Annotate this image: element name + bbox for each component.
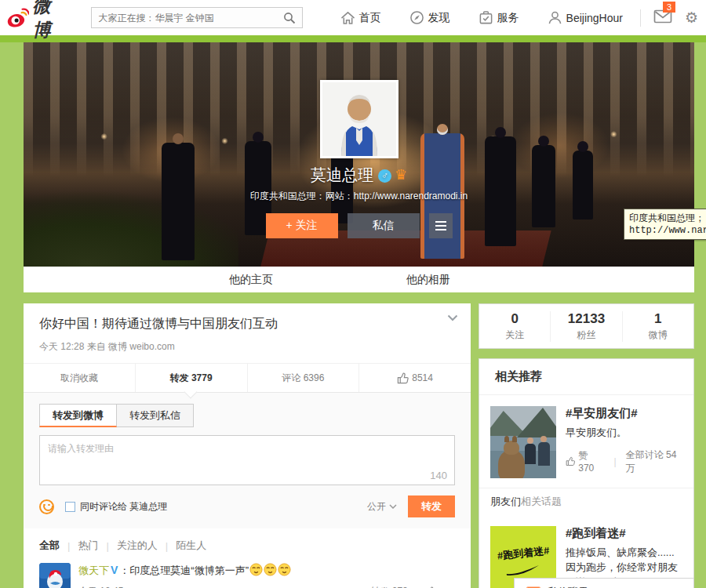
- profile-bio: 印度共和国总理：网站：http://www.narendramodi.in: [24, 190, 694, 203]
- search-icon[interactable]: [283, 12, 296, 24]
- emoji-picker-icon[interactable]: [39, 499, 54, 514]
- gear-icon[interactable]: ⚙: [685, 10, 698, 25]
- nav-item-label: 服务: [497, 11, 519, 25]
- comment-row: 微天下V：印度总理莫迪“微博第一声” 今天 12:45 转发 273 | 204: [24, 561, 471, 588]
- chevron-down-icon: [389, 504, 397, 509]
- comments-tab-strangers[interactable]: 陌生人: [176, 539, 206, 553]
- nike-swoosh-icon: [505, 564, 541, 578]
- stat-followers[interactable]: 12133 粉丝: [550, 311, 621, 342]
- dm-chat-bar[interactable]: 私信聊天: [514, 578, 694, 588]
- nav-item-account[interactable]: BeijingHour: [548, 10, 623, 25]
- comment-repost-button[interactable]: 转发 273: [370, 585, 407, 588]
- topic-discussion[interactable]: 全部讨论 54万: [626, 448, 682, 475]
- weibo-logo-text: 微博: [32, 0, 69, 42]
- search-input[interactable]: [98, 13, 282, 24]
- comments-tab-following[interactable]: 关注的人: [117, 539, 158, 553]
- unfavorite-button[interactable]: 取消收藏: [24, 364, 135, 392]
- commenter-name[interactable]: 微天下: [78, 564, 109, 576]
- stat-label: 微博: [623, 328, 693, 342]
- envelope-icon: [526, 586, 541, 588]
- topic-likes[interactable]: 赞 370: [578, 449, 604, 474]
- profile-name: 莫迪总理: [311, 166, 373, 183]
- repost-to-dm-tab[interactable]: 转发到私信: [117, 404, 194, 427]
- tooltip-line2: http://www.naren: [629, 225, 706, 236]
- worship-emoji: [278, 563, 291, 579]
- dm-button[interactable]: 私信: [348, 213, 420, 238]
- weitianxia-logo: [39, 563, 71, 588]
- thumbs-up-icon: [566, 456, 575, 466]
- char-counter: 140: [430, 470, 447, 481]
- nav-item-discover[interactable]: 发现: [409, 10, 450, 25]
- verified-v-icon: V: [111, 564, 118, 576]
- weibo-eye-icon: [6, 7, 29, 29]
- nike-image-text: #跑到着迷#: [497, 544, 550, 564]
- visibility-dropdown[interactable]: 公开: [367, 500, 397, 514]
- dm-chat-label: 私信聊天: [548, 585, 588, 588]
- more-menu-button[interactable]: [429, 213, 453, 238]
- commenter-avatar[interactable]: [39, 563, 71, 588]
- weibo-logo[interactable]: 微博: [6, 0, 69, 42]
- like-count: 8514: [412, 372, 433, 383]
- topic-thumbnail-squirrel[interactable]: [490, 406, 556, 478]
- compass-icon: [409, 10, 424, 25]
- crown-icon[interactable]: ♛: [395, 167, 407, 183]
- feed-column: 你好中国！期待通过微博与中国朋友们互动 今天 12:28 来自 微博 weibo…: [24, 303, 471, 588]
- comments-tab-all[interactable]: 全部: [39, 539, 60, 553]
- worship-emoji: [249, 563, 263, 579]
- stat-value: 0: [479, 311, 550, 327]
- post-text: 你好中国！期待通过微博与中国朋友们互动: [39, 316, 455, 332]
- thumbs-up-icon: [397, 372, 409, 384]
- stat-posts[interactable]: 1 微博: [622, 311, 693, 342]
- profile-cover: 莫迪总理♂♛ 印度共和国总理：网站：http://www.narendramod…: [24, 42, 694, 267]
- also-comment-checkbox[interactable]: [65, 502, 75, 512]
- avatar-image: [322, 82, 396, 156]
- profile-tab-bar: 他的主页 他的相册: [24, 267, 694, 292]
- browser-tooltip: 印度共和国总理； http://www.naren: [624, 209, 706, 240]
- repost-to-weibo-tab[interactable]: 转发到微博: [39, 404, 117, 427]
- repost-panel: 转发到微博 转发到私信 140 同时评论给 莫迪总理 公开: [24, 392, 471, 528]
- topic-footer-link[interactable]: 朋友们相关话题: [479, 488, 693, 515]
- person-icon: [548, 10, 562, 25]
- follow-button[interactable]: + 关注: [266, 213, 338, 238]
- nav-divider: [640, 9, 641, 27]
- messages-badge: 3: [663, 2, 675, 13]
- nav-item-services[interactable]: 服务: [479, 10, 519, 25]
- topic-desc: 早安朋友们。: [566, 426, 682, 441]
- recommendation-item: #早安朋友们# 早安朋友们。 赞 370 | 全部讨论 54万: [479, 395, 693, 478]
- also-comment-label: 同时评论给 莫迪总理: [80, 500, 167, 514]
- repost-reason-input[interactable]: [39, 435, 455, 485]
- worship-emoji: [264, 563, 277, 579]
- home-icon: [340, 11, 355, 25]
- chevron-down-icon[interactable]: [447, 314, 458, 321]
- profile-stats-card: 0 关注 12133 粉丝 1 微博: [479, 303, 694, 349]
- stat-value: 1: [623, 311, 693, 327]
- tooltip-line1: 印度共和国总理；: [629, 212, 706, 225]
- tab-his-homepage[interactable]: 他的主页: [229, 267, 273, 292]
- comment-tab-button[interactable]: 评论 6396: [247, 364, 359, 392]
- topic-footer-strong: 朋友们: [490, 495, 521, 507]
- repost-submit-button[interactable]: 转发: [408, 495, 455, 517]
- post-action-bar: 取消收藏 转发 3779 评论 6396 8514: [24, 363, 471, 392]
- nav-item-home[interactable]: 首页: [340, 11, 381, 25]
- stat-label: 关注: [479, 328, 550, 342]
- messages-button[interactable]: 3: [653, 9, 672, 27]
- comment-time: 今天 12:45: [78, 585, 123, 588]
- topic-tag[interactable]: #跑到着迷#: [566, 526, 682, 541]
- like-button[interactable]: 8514: [358, 364, 471, 392]
- theme-green-strip: [0, 35, 706, 42]
- nav-item-label: BeijingHour: [566, 12, 623, 24]
- post-meta[interactable]: 今天 12:28 来自 微博 weibo.com: [39, 340, 455, 354]
- male-icon: ♂: [378, 169, 391, 183]
- nav-item-label: 发现: [428, 11, 450, 25]
- visibility-value: 公开: [367, 500, 386, 514]
- search-box[interactable]: [91, 7, 302, 28]
- nav-item-label: 首页: [359, 11, 381, 25]
- profile-avatar[interactable]: [320, 80, 398, 158]
- comments-tab-hot[interactable]: 热门: [78, 539, 98, 553]
- comment-text: ：印度总理莫迪“微博第一声”: [119, 564, 249, 576]
- recommendations-title: 相关推荐: [479, 359, 693, 395]
- person-silhouette: [331, 149, 353, 223]
- topic-tag[interactable]: #早安朋友们#: [566, 406, 682, 421]
- stat-following[interactable]: 0 关注: [479, 311, 550, 342]
- tab-his-album[interactable]: 他的相册: [406, 267, 450, 292]
